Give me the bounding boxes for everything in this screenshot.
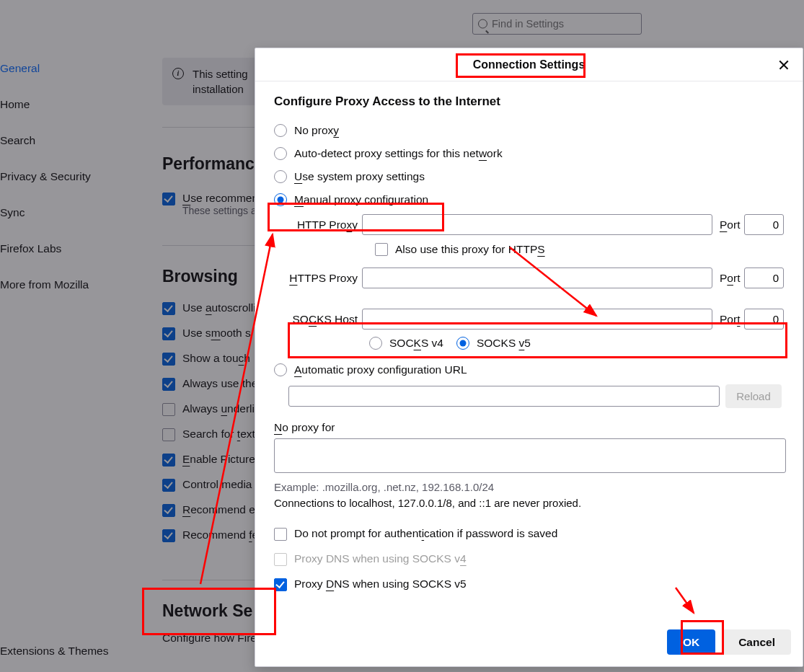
http-proxy-row: HTTP Proxy Port [288, 211, 784, 238]
https-proxy-input[interactable] [362, 268, 712, 288]
socks-v5-label: SOCKS v5 [477, 337, 531, 350]
dialog-heading: Configure Proxy Access to the Internet [274, 94, 784, 109]
radio-no-proxy-label: No proxy [294, 124, 339, 137]
radio-auto-url[interactable]: Automatic proxy configuration URL [274, 358, 784, 381]
radio-auto-detect-label: Auto-detect proxy settings for this netw… [294, 147, 503, 160]
close-icon[interactable] [777, 58, 791, 72]
radio-system-proxy-input[interactable] [274, 170, 287, 183]
radio-no-proxy[interactable]: No proxy [274, 119, 784, 142]
socks-v4-label: SOCKS v4 [389, 337, 443, 350]
also-https-row[interactable]: Also use this proxy for HTTPS [288, 238, 784, 265]
also-https-checkbox[interactable] [375, 243, 388, 256]
also-https-label: Also use this proxy for HTTPS [395, 243, 545, 256]
radio-auto-detect-input[interactable] [274, 147, 287, 160]
auth-checkbox[interactable] [274, 528, 287, 541]
cancel-button[interactable]: Cancel [723, 629, 791, 655]
localhost-note: Connections to localhost, 127.0.0.1/8, a… [274, 495, 784, 511]
dns-v4-label: Proxy DNS when using SOCKS v4 [294, 552, 467, 565]
auth-row[interactable]: Do not prompt for authentication if pass… [274, 521, 784, 547]
socks-v4-radio[interactable]: SOCKS v4 [369, 337, 443, 350]
http-port-input[interactable] [744, 214, 784, 235]
socks-host-input[interactable] [362, 309, 712, 330]
dialog-title: Connection Settings [473, 58, 586, 71]
radio-manual-proxy[interactable]: Manual proxy configuration [274, 188, 784, 211]
socks-v5-radio[interactable]: SOCKS v5 [456, 337, 531, 350]
auto-url-input[interactable] [288, 386, 720, 407]
socks-host-row: SOCKS Host Port [288, 306, 784, 332]
no-proxy-for-input[interactable] [274, 438, 786, 473]
socks-host-label: SOCKS Host [288, 313, 358, 326]
dns-v4-row: Proxy DNS when using SOCKS v4 [274, 547, 784, 572]
http-proxy-input[interactable] [362, 214, 712, 235]
https-port-label: Port [717, 272, 740, 285]
radio-manual-proxy-input[interactable] [274, 193, 287, 206]
connection-settings-dialog: Connection Settings Configure Proxy Acce… [255, 48, 803, 667]
dns-v4-checkbox [274, 553, 287, 566]
https-port-input[interactable] [744, 268, 784, 288]
https-proxy-row: HTTPS Proxy Port [288, 265, 784, 291]
radio-system-proxy[interactable]: Use system proxy settings [274, 165, 784, 188]
http-proxy-label: HTTP Proxy [288, 218, 358, 231]
socks-v5-input[interactable] [456, 337, 469, 350]
no-proxy-example: Example: .mozilla.org, .net.nz, 192.168.… [274, 479, 784, 495]
dns-v5-label: Proxy DNS when using SOCKS v5 [294, 578, 467, 591]
no-proxy-for-label: No proxy for [274, 421, 784, 434]
ok-button[interactable]: OK [667, 629, 715, 655]
radio-auto-url-label: Automatic proxy configuration URL [294, 363, 467, 376]
https-proxy-label: HTTPS Proxy [288, 272, 358, 285]
auth-label: Do not prompt for authentication if pass… [294, 527, 557, 540]
radio-manual-proxy-label: Manual proxy configuration [294, 193, 428, 206]
socks-v4-input[interactable] [369, 337, 382, 350]
radio-auto-detect[interactable]: Auto-detect proxy settings for this netw… [274, 142, 784, 165]
socks-port-label: Port [717, 313, 740, 326]
http-port-label: Port [717, 218, 740, 231]
radio-auto-url-input[interactable] [274, 363, 287, 376]
radio-system-proxy-label: Use system proxy settings [294, 170, 425, 183]
reload-button[interactable]: Reload [725, 384, 782, 408]
socks-port-input[interactable] [744, 309, 784, 330]
dns-v5-checkbox[interactable] [274, 578, 287, 591]
dns-v5-row[interactable]: Proxy DNS when using SOCKS v5 [274, 572, 784, 597]
radio-no-proxy-input[interactable] [274, 124, 287, 137]
